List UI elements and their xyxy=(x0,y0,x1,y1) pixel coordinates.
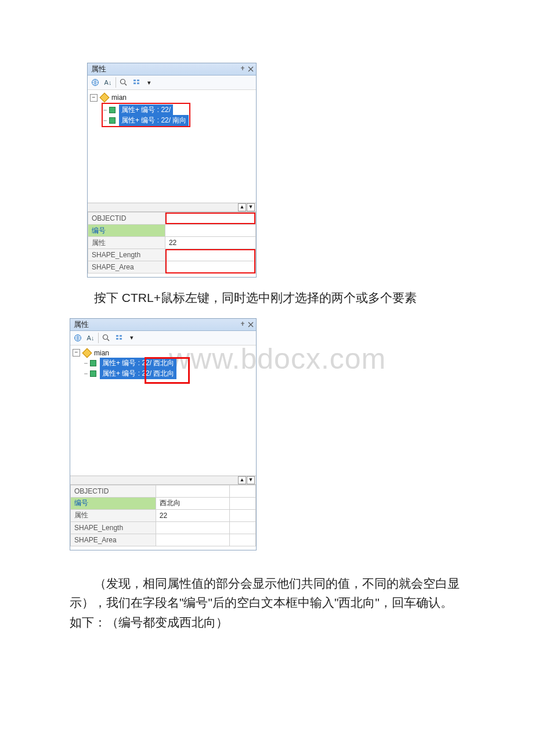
tree-connector: ⋯ xyxy=(84,370,89,377)
attribute-panel-1: 属性 A↓ ▾ xyxy=(87,63,257,278)
tree-item[interactable]: 属性+ 编号 : 22/ 南向 xyxy=(119,115,189,126)
field-value[interactable] xyxy=(165,213,255,225)
close-icon[interactable] xyxy=(248,322,254,327)
tree-connector: ⋯ xyxy=(103,117,108,124)
field-name: 属性 xyxy=(88,237,165,249)
field-name: OBJECTID xyxy=(88,213,165,225)
field-value[interactable]: 22 xyxy=(156,509,230,521)
table-row: SHAPE_Length xyxy=(88,249,256,261)
field-value[interactable] xyxy=(156,534,230,546)
layer-icon xyxy=(100,93,110,103)
field-value[interactable] xyxy=(165,225,255,237)
tree-connector: ⋯ xyxy=(103,107,108,113)
globe-icon[interactable] xyxy=(90,77,100,88)
selection-highlight-box xyxy=(145,357,190,384)
dropdown-caret-icon[interactable]: ▾ xyxy=(127,333,137,343)
panel-toolbar: A↓ ▾ xyxy=(70,331,256,345)
table-row: SHAPE_Area xyxy=(88,261,256,273)
dropdown-caret-icon[interactable]: ▾ xyxy=(144,77,154,88)
pin-icon[interactable] xyxy=(240,66,246,72)
collapse-icon[interactable]: − xyxy=(90,94,98,102)
property-grid: OBJECTID 编号 属性 22 SHAPE_Length SHAPE_Are… xyxy=(88,212,256,273)
table-row: 属性 22 xyxy=(88,237,256,249)
panel-splitter[interactable]: ▲ ▼ xyxy=(70,476,256,485)
property-grid: OBJECTID 编号 西北向 属性 22 SHAPE_Length SHAPE… xyxy=(70,485,256,546)
field-value[interactable]: 西北向 xyxy=(156,497,230,509)
field-name: SHAPE_Area xyxy=(88,261,165,273)
feature-icon xyxy=(109,117,116,124)
svg-rect-3 xyxy=(137,80,139,81)
panel-splitter[interactable]: ▲ ▼ xyxy=(88,203,256,212)
zoom-icon[interactable] xyxy=(101,333,111,343)
globe-icon[interactable] xyxy=(73,333,83,343)
feature-tree[interactable]: − mian ⋯ 属性+ 编号 : 22/ 西北向 ⋯ 属性+ 编号 : 22/… xyxy=(70,345,256,476)
panel-titlebar: 属性 xyxy=(70,319,256,331)
field-value[interactable] xyxy=(165,261,255,273)
sort-icon[interactable]: A↓ xyxy=(85,333,96,343)
sort-icon[interactable]: A↓ xyxy=(103,77,113,88)
table-row: SHAPE_Area xyxy=(71,534,256,546)
field-value[interactable] xyxy=(156,521,230,534)
tree-root-label[interactable]: mian xyxy=(111,93,127,102)
field-name: 编号 xyxy=(71,497,156,509)
field-value[interactable]: 22 xyxy=(165,237,255,249)
feature-icon xyxy=(90,370,96,377)
nav-down-icon[interactable]: ▼ xyxy=(247,476,255,484)
table-row: 编号 西北向 xyxy=(71,497,256,509)
view-mode-icon[interactable] xyxy=(131,77,142,88)
field-name: 编号 xyxy=(88,225,165,237)
panel-title-text: 属性 xyxy=(74,319,89,330)
nav-up-icon[interactable]: ▲ xyxy=(238,203,246,211)
layer-icon xyxy=(82,348,92,358)
svg-rect-11 xyxy=(120,338,122,340)
field-name: SHAPE_Length xyxy=(71,521,156,534)
nav-down-icon[interactable]: ▼ xyxy=(247,203,255,211)
table-row: 编号 xyxy=(88,225,256,237)
svg-point-7 xyxy=(103,334,108,339)
tree-item[interactable]: 属性+ 编号 : 22/ xyxy=(119,105,173,116)
panel-titlebar: 属性 xyxy=(88,63,256,75)
field-name: 属性 xyxy=(71,509,156,521)
tree-connector: ⋯ xyxy=(84,360,89,366)
feature-icon xyxy=(90,360,96,366)
feature-tree[interactable]: − mian ⋯ 属性+ 编号 : 22/ ⋯ 属性+ 编号 : 22/ 南向 xyxy=(88,90,256,203)
svg-rect-4 xyxy=(134,82,136,84)
collapse-icon[interactable]: − xyxy=(73,349,80,357)
table-row: SHAPE_Length xyxy=(71,521,256,534)
nav-up-icon[interactable]: ▲ xyxy=(238,476,246,484)
selection-highlight-box: ⋯ 属性+ 编号 : 22/ ⋯ 属性+ 编号 : 22/ 南向 xyxy=(102,103,190,127)
instruction-text-2: （发现，相同属性值的部分会显示他们共同的值，不同的就会空白显示），我们在字段名"… xyxy=(70,574,464,632)
close-icon[interactable] xyxy=(248,66,254,72)
attribute-panel-2: www.bdocx.com 属性 A↓ xyxy=(70,318,257,550)
view-mode-icon[interactable] xyxy=(114,333,124,343)
feature-icon xyxy=(109,107,116,113)
table-row: OBJECTID xyxy=(88,213,256,225)
table-row: 属性 22 xyxy=(71,509,256,521)
svg-rect-2 xyxy=(134,80,136,81)
panel-title-text: 属性 xyxy=(91,64,106,74)
svg-rect-10 xyxy=(116,338,118,340)
table-row: OBJECTID xyxy=(71,485,256,497)
svg-point-1 xyxy=(121,80,125,84)
svg-rect-5 xyxy=(137,82,139,84)
field-value[interactable] xyxy=(156,485,230,497)
svg-rect-9 xyxy=(120,335,122,337)
svg-rect-8 xyxy=(116,335,118,337)
pin-icon[interactable] xyxy=(240,322,246,327)
zoom-icon[interactable] xyxy=(118,77,129,88)
instruction-text-1: 按下 CTRL+鼠标左键，同时选中刚才选择的两个或多个要素 xyxy=(70,288,464,308)
field-value[interactable] xyxy=(165,249,255,261)
field-name: OBJECTID xyxy=(71,485,156,497)
panel-toolbar: A↓ ▾ xyxy=(88,75,256,90)
field-name: SHAPE_Length xyxy=(88,249,165,261)
tree-root-label[interactable]: mian xyxy=(94,349,109,357)
field-name: SHAPE_Area xyxy=(71,534,156,546)
